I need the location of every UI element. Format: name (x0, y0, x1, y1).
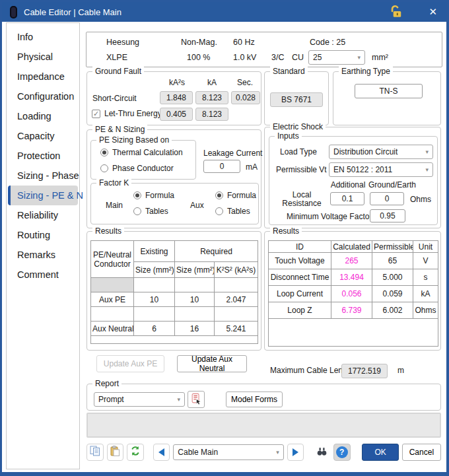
dropdown-arrow-icon: ▾ (425, 149, 429, 155)
thermal-calculation-radio[interactable]: Thermal Calculation (100, 148, 183, 157)
let-thru-energy-checkbox[interactable]: ✓ Let-Thru Energy (92, 109, 162, 118)
standard-group: Standard BS 7671 (264, 71, 329, 125)
cable-editor-dialog: Cable Editor | Cable Main ✕ Info Physica… (0, 0, 449, 476)
electric-shock-title: Electric Shock (270, 122, 326, 131)
table-row (91, 307, 258, 322)
ground-fault-title: Ground Fault (92, 67, 144, 76)
prev-element-button[interactable] (153, 444, 170, 461)
report-group: Report Prompt ▾ Model Forms (86, 384, 441, 411)
sidebar-item-routing[interactable]: Routing (8, 225, 78, 245)
next-arrow-icon (293, 448, 298, 456)
earthing-type-value: TN-S (355, 84, 423, 98)
close-icon[interactable]: ✕ (429, 6, 437, 18)
inputs-title: Inputs (275, 131, 302, 141)
let-thru-ka2s-value: 0.405 (160, 108, 193, 121)
sidebar-item-configuration[interactable]: Configuration (8, 86, 78, 106)
aux-tables-radio[interactable]: Tables (215, 207, 250, 216)
load-type-dropdown[interactable]: Distribution Circuit ▾ (329, 145, 433, 159)
table-row: Loop Z 6.739 6.002 Ohms (269, 302, 438, 319)
sidebar-item-capacity[interactable]: Capacity (8, 126, 78, 146)
results-left-title: Results (92, 226, 124, 236)
table-filler (269, 319, 438, 347)
permissible-vt-label: Permissible Vt (276, 165, 327, 174)
results-right-title: Results (270, 226, 302, 236)
radio-icon (133, 191, 141, 199)
factor-k-group: Factor K Main Formula Tables Aux Formula… (90, 183, 259, 224)
short-circuit-label: Short-Circuit (92, 94, 137, 103)
footer-toolbar: Cable Main ▾ ? OK Cancel (86, 442, 441, 462)
pe-n-sizing-group: PE & N Sizing PE Sizing Based on Thermal… (86, 129, 261, 228)
cable-manufacturer: Heesung (106, 38, 139, 47)
header-required-size: Size (mm²) (175, 262, 215, 278)
ground-earth-header: Ground/Earth (368, 180, 411, 189)
col-header-sec: Sec. (231, 78, 259, 87)
main-tables-radio[interactable]: Tables (133, 207, 168, 216)
report-title: Report (92, 379, 121, 388)
radio-icon (100, 164, 108, 172)
sidebar-item-comment[interactable]: Comment (8, 265, 78, 285)
pe-sizing-based-on-group: PE Sizing Based on Thermal Calculation P… (90, 140, 196, 180)
cancel-button[interactable]: Cancel (402, 444, 441, 461)
permissible-vt-dropdown[interactable]: EN 50122 : 2011 ▾ (329, 162, 433, 177)
sidebar-item-sizing-pe-n[interactable]: Sizing - PE & N (8, 186, 78, 205)
ok-button[interactable]: OK (362, 444, 398, 461)
short-circuit-sec-value: 0.028 (231, 91, 260, 104)
table-row: Touch Voltage 265 65 V (269, 253, 438, 269)
radio-icon (133, 207, 141, 215)
cable-info-panel: Heesung Non-Mag. 60 Hz Code : 25 XLPE 10… (86, 32, 442, 67)
next-element-button[interactable] (287, 444, 304, 461)
cable-size-dropdown[interactable]: 25 ▾ (308, 50, 365, 65)
main-formula-radio[interactable]: Formula (133, 191, 174, 200)
header-existing-size: Size (mm²) (134, 262, 175, 278)
unlock-icon[interactable] (388, 5, 403, 22)
cable-insulation: XLPE (106, 53, 127, 62)
model-forms-button[interactable]: Model Forms (226, 391, 283, 407)
sidebar-item-info[interactable]: Info (8, 27, 78, 47)
sidebar-item-loading[interactable]: Loading (8, 106, 78, 126)
ground-earth-resistance-input[interactable]: 0 (370, 192, 404, 205)
copy-icon (90, 446, 100, 459)
binoculars-icon (316, 446, 328, 459)
min-voltage-factor-input[interactable]: 0.95 (370, 209, 405, 222)
copy-button[interactable] (86, 444, 104, 461)
sidebar-item-protection[interactable]: Protection (8, 146, 78, 166)
additional-header: Additional (330, 180, 366, 189)
radio-icon (100, 149, 108, 156)
cable-code: Code : 25 (310, 38, 345, 47)
cable-size-unit: mm² (372, 53, 388, 62)
element-navigator-dropdown[interactable]: Cable Main ▾ (173, 444, 283, 460)
let-thru-ka-value: 8.123 (195, 108, 228, 121)
report-manager-button[interactable] (188, 391, 205, 408)
update-aux-pe-button[interactable]: Update Aux PE (96, 355, 164, 372)
table-filler (91, 336, 258, 344)
table-row: Loop Current 0.056 0.059 kA (269, 286, 438, 302)
electric-shock-group: Electric Shock Inputs Load Type Distribu… (264, 127, 441, 228)
checkbox-check-icon: ✓ (92, 110, 100, 118)
titlebar[interactable]: Cable Editor | Cable Main ✕ (2, 2, 446, 22)
dropdown-arrow-icon: ▾ (357, 54, 361, 61)
header-pe-neutral-conductor: PE/Neutral Conductor (91, 241, 134, 278)
report-mode-dropdown[interactable]: Prompt ▾ (94, 392, 185, 407)
sidebar-item-sizing-phase[interactable]: Sizing - Phase (8, 166, 78, 186)
find-button[interactable] (313, 444, 330, 461)
dropdown-arrow-icon: ▾ (177, 396, 180, 403)
paste-button[interactable] (107, 444, 124, 461)
phase-conductor-radio[interactable]: Phase Conductor (100, 164, 174, 173)
sidebar-item-remarks[interactable]: Remarks (8, 245, 78, 265)
additional-resistance-input[interactable]: 0.1 (330, 192, 364, 205)
standard-value: BS 7671 (270, 92, 323, 107)
col-header-ka: kA (196, 78, 228, 87)
shock-results-table: ID Calculated Permissible Unit Touch Vol… (268, 240, 438, 347)
refresh-button[interactable] (127, 444, 144, 461)
table-row (91, 278, 258, 292)
update-aux-neutral-button[interactable]: Update Aux Neutral (177, 355, 247, 372)
aux-formula-radio[interactable]: Formula (215, 191, 256, 200)
sidebar-item-reliability[interactable]: Reliability (8, 205, 78, 225)
table-row: Disconnect Time 13.494 5.000 s (269, 269, 438, 286)
sidebar-item-impedance[interactable]: Impedance (8, 67, 78, 86)
leakage-current-unit: mA (246, 162, 258, 172)
header-id: ID (269, 241, 331, 253)
help-button[interactable]: ? (333, 444, 351, 461)
sidebar-item-physical[interactable]: Physical (8, 47, 78, 67)
leakage-current-input[interactable]: 0 (203, 160, 240, 173)
